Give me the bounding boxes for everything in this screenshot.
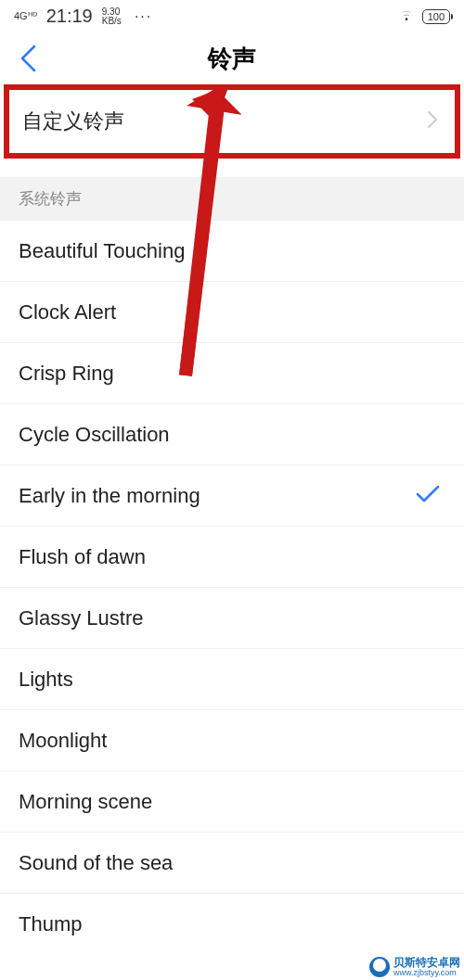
watermark-logo-icon (369, 957, 390, 977)
ringtone-item[interactable]: Glassy Lustre (0, 588, 464, 649)
ringtone-item[interactable]: Moonlight (0, 710, 464, 771)
ringtone-item[interactable]: Clock Alert (0, 282, 464, 343)
status-time: 21:19 (46, 6, 93, 27)
page-title: 铃声 (208, 43, 256, 75)
more-icon: ··· (135, 8, 152, 25)
status-left: 4Gᴴᴰ 21:19 9.30 KB/s ··· (14, 6, 152, 27)
chevron-right-icon (427, 108, 438, 134)
section-header: 系统铃声 (0, 177, 464, 221)
ringtone-label: Beautiful Touching (19, 239, 185, 263)
ringtone-item[interactable]: Flush of dawn (0, 527, 464, 588)
battery-icon: 100 (422, 9, 450, 24)
status-speed: 9.30 KB/s (102, 7, 122, 26)
ringtone-label: Morning scene (19, 790, 152, 814)
ringtone-label: Crisp Ring (19, 362, 114, 386)
ringtone-label: Glassy Lustre (19, 606, 144, 630)
ringtone-item[interactable]: Cycle Oscillation (0, 404, 464, 465)
speed-unit: KB/s (102, 16, 122, 26)
ringtone-list: Beautiful TouchingClock AlertCrisp RingC… (0, 221, 464, 955)
ringtone-label: Moonlight (19, 729, 107, 753)
custom-ringtone-label: 自定义铃声 (9, 108, 124, 135)
ringtone-item[interactable]: Morning scene (0, 771, 464, 833)
wifi-icon (398, 6, 415, 26)
nav-bar: 铃声 (0, 32, 464, 84)
back-button[interactable] (9, 45, 46, 72)
watermark-text: 贝斯特安卓网 www.zjbstyy.com (393, 957, 460, 978)
check-icon (415, 481, 441, 511)
ringtone-item[interactable]: Lights (0, 649, 464, 710)
ringtone-label: Clock Alert (19, 300, 116, 325)
ringtone-item[interactable]: Sound of the sea (0, 833, 464, 894)
watermark: 贝斯特安卓网 www.zjbstyy.com (366, 955, 464, 980)
ringtone-label: Flush of dawn (19, 545, 146, 569)
status-bar: 4Gᴴᴰ 21:19 9.30 KB/s ··· 100 (0, 0, 464, 32)
ringtone-label: Sound of the sea (19, 851, 173, 875)
ringtone-item[interactable]: Beautiful Touching (0, 221, 464, 282)
battery-value: 100 (428, 11, 445, 22)
ringtone-label: Early in the morning (19, 484, 200, 508)
ringtone-label: Thump (19, 912, 82, 936)
watermark-line2: www.zjbstyy.com (393, 969, 460, 978)
ringtone-item[interactable]: Crisp Ring (0, 343, 464, 404)
ringtone-label: Lights (19, 668, 73, 692)
ringtone-item[interactable]: Early in the morning (0, 465, 464, 527)
ringtone-item[interactable]: Thump (0, 894, 464, 955)
status-right: 100 (398, 6, 450, 26)
ringtone-label: Cycle Oscillation (19, 423, 170, 447)
network-signal-icon: 4Gᴴᴰ (14, 10, 37, 22)
custom-ringtone-row[interactable]: 自定义铃声 (4, 84, 460, 159)
